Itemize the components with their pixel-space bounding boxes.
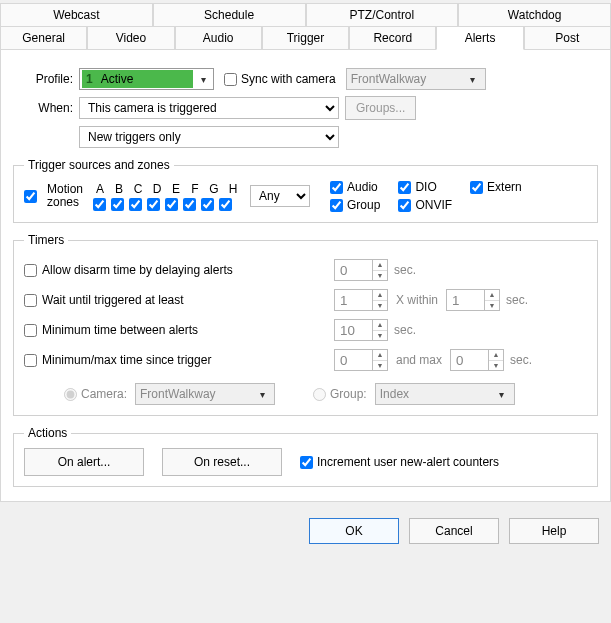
- chevron-down-icon: ▾: [195, 74, 211, 85]
- dialog-footer: OK Cancel Help: [0, 502, 611, 558]
- camera-select[interactable]: FrontWalkway ▾: [135, 383, 275, 405]
- src-dio[interactable]: DIO: [398, 180, 452, 194]
- actions-legend: Actions: [24, 426, 71, 440]
- chevron-down-icon: ▾: [494, 389, 510, 400]
- zone-a-checkbox[interactable]: [93, 198, 106, 211]
- timer-minmax-spinner2[interactable]: ▲▼: [450, 349, 504, 371]
- tabs-row-bottom: General Video Audio Trigger Record Alert…: [0, 26, 611, 50]
- alerts-panel: Profile: 1 Active ▾ Sync with camera Fro…: [0, 49, 611, 502]
- zone-match-select[interactable]: Any: [250, 185, 310, 207]
- when-label: When:: [13, 101, 73, 115]
- group-select[interactable]: Index ▾: [375, 383, 515, 405]
- new-triggers-select[interactable]: New triggers only: [79, 126, 339, 148]
- spin-down-icon[interactable]: ▼: [373, 271, 387, 281]
- timer-wait-spinner1[interactable]: ▲▼: [334, 289, 388, 311]
- group-radio[interactable]: Group:: [313, 387, 367, 401]
- timer-minbetween[interactable]: Minimum time between alerts: [24, 323, 334, 337]
- timer-minmax-spinner1[interactable]: ▲▼: [334, 349, 388, 371]
- sync-with-camera-input[interactable]: [224, 73, 237, 86]
- timers-legend: Timers: [24, 233, 68, 247]
- on-alert-button[interactable]: On alert...: [24, 448, 144, 476]
- src-group[interactable]: Group: [330, 198, 380, 212]
- tab-record[interactable]: Record: [349, 26, 436, 50]
- tab-schedule[interactable]: Schedule: [153, 3, 306, 26]
- timer-minmax[interactable]: Minimum/max time since trigger: [24, 353, 334, 367]
- src-audio[interactable]: Audio: [330, 180, 380, 194]
- sync-camera-value: FrontWalkway: [351, 72, 427, 86]
- ok-button[interactable]: OK: [309, 518, 399, 544]
- profile-number: 1: [86, 72, 93, 86]
- timer-wait-spinner2[interactable]: ▲▼: [446, 289, 500, 311]
- camera-radio[interactable]: Camera:: [64, 387, 127, 401]
- unit-label: sec.: [394, 263, 416, 277]
- zone-f-checkbox[interactable]: [183, 198, 196, 211]
- tab-alerts[interactable]: Alerts: [436, 26, 523, 50]
- sync-camera-select[interactable]: FrontWalkway ▾: [346, 68, 486, 90]
- tab-post[interactable]: Post: [524, 26, 611, 50]
- timer-disarm[interactable]: Allow disarm time by delaying alerts: [24, 263, 334, 277]
- zone-c-checkbox[interactable]: [129, 198, 142, 211]
- unit-label: sec.: [394, 323, 416, 337]
- zone-b-checkbox[interactable]: [111, 198, 124, 211]
- timer-wait[interactable]: Wait until triggered at least: [24, 293, 334, 307]
- chevron-down-icon: ▾: [465, 74, 481, 85]
- when-select[interactable]: This camera is triggered: [79, 97, 339, 119]
- on-reset-button[interactable]: On reset...: [162, 448, 282, 476]
- x-within-label: X within: [396, 293, 438, 307]
- timer-minbetween-spinner[interactable]: ▲▼: [334, 319, 388, 341]
- motion-zones-checkbox[interactable]: [24, 190, 37, 203]
- unit-label: sec.: [510, 353, 532, 367]
- sync-with-camera-checkbox[interactable]: Sync with camera: [224, 72, 336, 86]
- cancel-button[interactable]: Cancel: [409, 518, 499, 544]
- tabs-row-top: Webcast Schedule PTZ/Control Watchdog: [0, 3, 611, 26]
- increment-counters-checkbox[interactable]: Increment user new-alert counters: [300, 455, 499, 469]
- zone-e-checkbox[interactable]: [165, 198, 178, 211]
- tab-video[interactable]: Video: [87, 26, 174, 50]
- trigger-sources-fieldset: Trigger sources and zones Motion zones A…: [13, 158, 598, 223]
- tab-webcast[interactable]: Webcast: [0, 3, 153, 26]
- tab-watchdog[interactable]: Watchdog: [458, 3, 611, 26]
- help-button[interactable]: Help: [509, 518, 599, 544]
- profile-name: Active: [101, 72, 134, 86]
- sync-with-camera-label: Sync with camera: [241, 72, 336, 86]
- and-max-label: and max: [396, 353, 442, 367]
- unit-label: sec.: [506, 293, 528, 307]
- zone-d-checkbox[interactable]: [147, 198, 160, 211]
- trigger-sources-legend: Trigger sources and zones: [24, 158, 174, 172]
- chevron-down-icon: ▾: [254, 389, 270, 400]
- zone-letters: A B C D E F G H: [93, 182, 240, 196]
- profile-label: Profile:: [13, 72, 73, 86]
- actions-fieldset: Actions On alert... On reset... Incremen…: [13, 426, 598, 487]
- tab-ptzcontrol[interactable]: PTZ/Control: [306, 3, 459, 26]
- spin-up-icon[interactable]: ▲: [373, 260, 387, 271]
- timers-fieldset: Timers Allow disarm time by delaying ale…: [13, 233, 598, 416]
- src-extern[interactable]: Extern: [470, 180, 522, 194]
- zone-h-checkbox[interactable]: [219, 198, 232, 211]
- tab-general[interactable]: General: [0, 26, 87, 50]
- tab-trigger[interactable]: Trigger: [262, 26, 349, 50]
- tab-audio[interactable]: Audio: [175, 26, 262, 50]
- zone-g-checkbox[interactable]: [201, 198, 214, 211]
- motion-zones-label: Motion zones: [47, 183, 83, 209]
- profile-select[interactable]: 1 Active ▾: [79, 68, 214, 90]
- src-onvif[interactable]: ONVIF: [398, 198, 452, 212]
- timer-disarm-spinner[interactable]: ▲▼: [334, 259, 388, 281]
- groups-button[interactable]: Groups...: [345, 96, 416, 120]
